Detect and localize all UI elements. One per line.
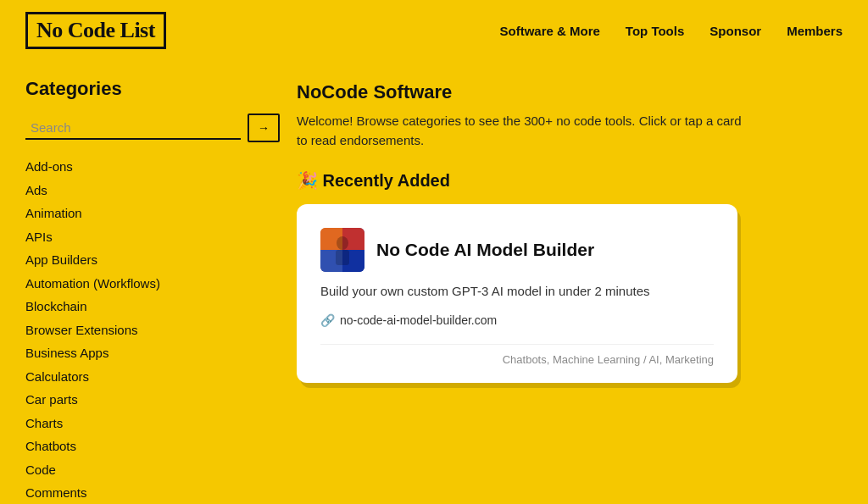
list-item: Code xyxy=(25,459,280,481)
list-item: Browser Extensions xyxy=(25,319,280,341)
main-title: NoCode Software xyxy=(297,81,843,103)
category-app-builders[interactable]: App Builders xyxy=(25,249,280,271)
svg-point-4 xyxy=(337,236,348,250)
main-nav: Software & More Top Tools Sponsor Member… xyxy=(500,24,843,38)
list-item: Chatbots xyxy=(25,435,280,457)
category-blockchain[interactable]: Blockchain xyxy=(25,296,280,318)
category-automation[interactable]: Automation (Workflows) xyxy=(25,273,280,295)
card-url-link[interactable]: no-code-ai-model-builder.com xyxy=(340,313,497,327)
list-item: Blockchain xyxy=(25,296,280,318)
search-arrow-icon: → xyxy=(258,121,270,135)
list-item: Comments xyxy=(25,482,280,504)
list-item: Automation (Workflows) xyxy=(25,273,280,295)
card-description: Build your own custom GPT-3 AI model in … xyxy=(320,282,714,302)
category-calculators[interactable]: Calculators xyxy=(25,366,280,388)
category-animation[interactable]: Animation xyxy=(25,202,280,224)
nav-members[interactable]: Members xyxy=(787,24,843,38)
category-code[interactable]: Code xyxy=(25,459,280,481)
list-item: Add-ons xyxy=(25,156,280,178)
main-description: Welcome! Browse categories to see the 30… xyxy=(297,112,754,150)
category-add-ons[interactable]: Add-ons xyxy=(25,156,280,178)
card-thumbnail xyxy=(320,228,364,272)
category-charts[interactable]: Charts xyxy=(25,413,280,435)
category-car-parts[interactable]: Car parts xyxy=(25,389,280,411)
category-ads[interactable]: Ads xyxy=(25,180,280,202)
header: No Code List Software & More Top Tools S… xyxy=(0,0,868,61)
main-content: NoCode Software Welcome! Browse categori… xyxy=(297,78,843,504)
tool-card[interactable]: No Code AI Model Builder Build your own … xyxy=(297,204,737,383)
link-icon: 🔗 xyxy=(320,313,335,327)
category-browser-extensions[interactable]: Browser Extensions xyxy=(25,319,280,341)
svg-rect-5 xyxy=(336,250,349,265)
nav-top-tools[interactable]: Top Tools xyxy=(626,24,684,38)
category-list: Add-ons Ads Animation APIs App Builders … xyxy=(25,156,280,504)
list-item: Calculators xyxy=(25,366,280,388)
logo[interactable]: No Code List xyxy=(25,12,166,49)
search-input[interactable] xyxy=(25,117,241,140)
list-item: Car parts xyxy=(25,389,280,411)
content-area: Categories → Add-ons Ads Animation APIs … xyxy=(0,61,868,504)
list-item: Animation xyxy=(25,202,280,224)
list-item: Ads xyxy=(25,180,280,202)
category-chatbots[interactable]: Chatbots xyxy=(25,435,280,457)
list-item: APIs xyxy=(25,226,280,248)
category-comments[interactable]: Comments xyxy=(25,482,280,504)
nav-sponsor[interactable]: Sponsor xyxy=(709,24,761,38)
card-title: No Code AI Model Builder xyxy=(376,240,594,260)
card-header: No Code AI Model Builder xyxy=(320,228,714,272)
category-apis[interactable]: APIs xyxy=(25,226,280,248)
list-item: Business Apps xyxy=(25,342,280,364)
card-url: 🔗 no-code-ai-model-builder.com xyxy=(320,313,714,327)
recently-added-heading: 🎉 Recently Added xyxy=(297,170,843,191)
card-tags: Chatbots, Machine Learning / AI, Marketi… xyxy=(320,344,714,366)
list-item: Charts xyxy=(25,413,280,435)
sidebar-title: Categories xyxy=(25,78,280,100)
card-thumb-svg xyxy=(320,228,364,272)
search-button[interactable]: → xyxy=(248,114,280,142)
list-item: App Builders xyxy=(25,249,280,271)
sidebar: Categories → Add-ons Ads Animation APIs … xyxy=(25,78,280,504)
search-row: → xyxy=(25,114,280,142)
nav-software-more[interactable]: Software & More xyxy=(500,24,600,38)
category-business-apps[interactable]: Business Apps xyxy=(25,342,280,364)
